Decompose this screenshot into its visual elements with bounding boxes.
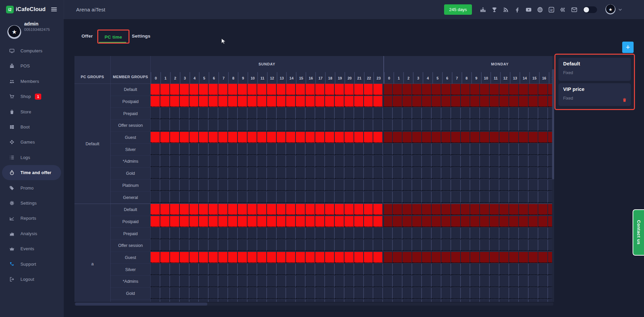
schedule-cell[interactable] (248, 228, 257, 239)
schedule-cell[interactable] (490, 180, 499, 191)
schedule-cell[interactable] (248, 120, 257, 131)
schedule-cell[interactable] (160, 252, 170, 263)
schedule-cell[interactable] (315, 144, 325, 155)
schedule-cell[interactable] (199, 144, 209, 155)
schedule-cell[interactable] (296, 264, 306, 275)
schedule-cell[interactable] (277, 276, 286, 287)
schedule-cell[interactable] (151, 240, 160, 251)
schedule-cell[interactable] (393, 216, 402, 227)
schedule-cell[interactable] (402, 204, 412, 215)
schedule-cell[interactable] (509, 168, 519, 179)
schedule-cell[interactable] (267, 276, 277, 287)
schedule-cell[interactable] (160, 192, 170, 203)
schedule-cell[interactable] (432, 216, 441, 227)
schedule-cell[interactable] (373, 300, 383, 302)
schedule-cell[interactable] (248, 108, 257, 119)
schedule-cell[interactable] (529, 96, 538, 107)
schedule-cell[interactable] (470, 96, 480, 107)
schedule-cell[interactable] (354, 120, 364, 131)
schedule-cell[interactable] (344, 288, 354, 299)
schedule-cell[interactable] (257, 300, 267, 302)
schedule-cell[interactable] (267, 216, 277, 227)
schedule-cell[interactable] (393, 180, 402, 191)
schedule-cell[interactable] (190, 168, 199, 179)
schedule-cell[interactable] (412, 132, 422, 143)
schedule-cell[interactable] (509, 84, 519, 95)
schedule-cell[interactable] (228, 192, 238, 203)
schedule-cell[interactable] (538, 288, 548, 299)
schedule-cell[interactable] (470, 252, 480, 263)
schedule-cell[interactable] (451, 228, 461, 239)
schedule-cell[interactable] (248, 84, 257, 95)
schedule-cell[interactable] (170, 276, 180, 287)
schedule-cell[interactable] (499, 288, 509, 299)
schedule-cell[interactable] (529, 192, 538, 203)
schedule-cell[interactable] (499, 264, 509, 275)
schedule-cell[interactable] (538, 96, 548, 107)
schedule-cell[interactable] (335, 168, 344, 179)
schedule-cell[interactable] (432, 132, 441, 143)
schedule-cell[interactable] (480, 228, 490, 239)
schedule-cell[interactable] (199, 264, 209, 275)
sidebar-item-computers[interactable]: Computers (0, 43, 64, 58)
schedule-cell[interactable] (412, 264, 422, 275)
schedule-cell[interactable] (190, 264, 199, 275)
schedule-cell[interactable] (325, 108, 335, 119)
schedule-cell[interactable] (257, 144, 267, 155)
schedule-cell[interactable] (538, 132, 548, 143)
schedule-cell[interactable] (480, 300, 490, 302)
schedule-cell[interactable] (344, 156, 354, 167)
schedule-cell[interactable] (402, 120, 412, 131)
schedule-cell[interactable] (461, 276, 471, 287)
schedule-cell[interactable] (461, 264, 471, 275)
schedule-cell[interactable] (393, 84, 402, 95)
schedule-cell[interactable] (296, 144, 306, 155)
schedule-cell[interactable] (490, 264, 499, 275)
trash-icon[interactable] (622, 97, 627, 103)
schedule-cell[interactable] (170, 156, 180, 167)
schedule-cell[interactable] (432, 240, 441, 251)
schedule-cell[interactable] (151, 180, 160, 191)
schedule-cell[interactable] (519, 240, 529, 251)
schedule-cell[interactable] (218, 108, 228, 119)
schedule-cell[interactable] (218, 240, 228, 251)
schedule-cell[interactable] (335, 252, 344, 263)
schedule-cell[interactable] (277, 252, 286, 263)
youtube-icon[interactable] (525, 6, 532, 13)
contact-us-button[interactable]: Contact us (633, 209, 644, 256)
schedule-cell[interactable] (170, 144, 180, 155)
schedule-cell[interactable] (228, 132, 238, 143)
schedule-cell[interactable] (199, 288, 209, 299)
schedule-cell[interactable] (509, 216, 519, 227)
schedule-cell[interactable] (296, 228, 306, 239)
schedule-cell[interactable] (364, 300, 374, 302)
schedule-cell[interactable] (422, 264, 432, 275)
schedule-cell[interactable] (519, 120, 529, 131)
schedule-cell[interactable] (490, 288, 499, 299)
schedule-cell[interactable] (499, 132, 509, 143)
schedule-cell[interactable] (277, 264, 286, 275)
schedule-cell[interactable] (170, 216, 180, 227)
schedule-cell[interactable] (383, 180, 393, 191)
schedule-cell[interactable] (344, 228, 354, 239)
schedule-cell[interactable] (441, 216, 451, 227)
schedule-cell[interactable] (180, 240, 190, 251)
schedule-cell[interactable] (170, 264, 180, 275)
schedule-cell[interactable] (257, 240, 267, 251)
schedule-cell[interactable] (499, 276, 509, 287)
schedule-cell[interactable] (529, 216, 538, 227)
schedule-cell[interactable] (218, 144, 228, 155)
schedule-cell[interactable] (480, 264, 490, 275)
schedule-cell[interactable] (422, 276, 432, 287)
schedule-cell[interactable] (257, 204, 267, 215)
schedule-cell[interactable] (499, 252, 509, 263)
schedule-cell[interactable] (470, 288, 480, 299)
schedule-cell[interactable] (422, 288, 432, 299)
schedule-cell[interactable] (422, 156, 432, 167)
schedule-cell[interactable] (441, 192, 451, 203)
schedule-cell[interactable] (509, 192, 519, 203)
schedule-cell[interactable] (402, 180, 412, 191)
schedule-cell[interactable] (296, 276, 306, 287)
schedule-cell[interactable] (238, 300, 248, 302)
facebook-icon[interactable] (514, 6, 521, 13)
